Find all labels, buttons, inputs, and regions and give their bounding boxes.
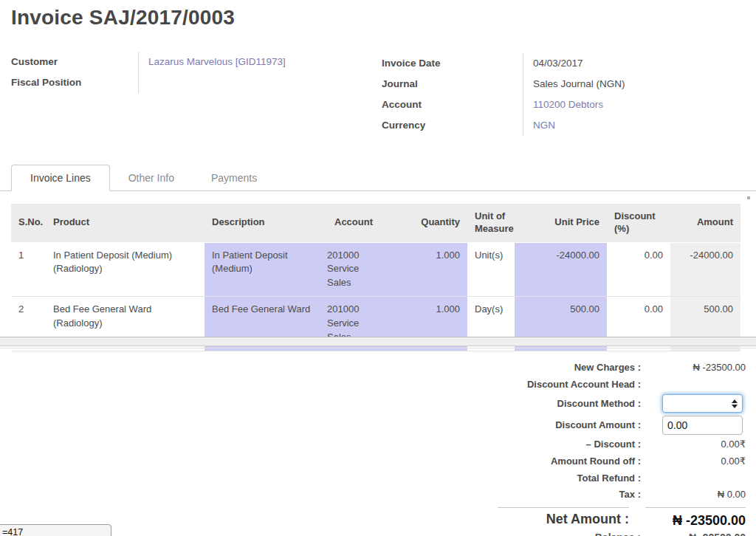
discount-amount-label: Discount Amount : bbox=[555, 419, 641, 430]
discount-method-select[interactable] bbox=[662, 394, 743, 413]
vertical-scrollbar-remnant bbox=[747, 196, 750, 199]
invoice-date-value: 04/03/2017 bbox=[533, 53, 715, 74]
account-value-link[interactable]: 110200 Debtors bbox=[533, 95, 715, 115]
cell-account[interactable]: 201000 Service Sales bbox=[320, 242, 388, 297]
customer-value-link[interactable]: Lazarus Marvelous [GID11973] bbox=[148, 52, 330, 72]
journal-value: Sales Journal (NGN) bbox=[533, 74, 715, 95]
net-amount-label: Net Amount : bbox=[498, 507, 629, 527]
status-text: =417 bbox=[2, 527, 23, 536]
new-charges-label: New Charges : bbox=[574, 362, 641, 373]
invoice-date-label: Invoice Date bbox=[382, 53, 523, 74]
header-account: Account bbox=[320, 204, 388, 242]
invoice-summary: New Charges : ₦ -23500.00 Discount Accou… bbox=[362, 359, 746, 536]
header-sno: S.No. bbox=[11, 204, 46, 242]
cell-uom[interactable]: Unit(s) bbox=[467, 242, 515, 297]
table-row[interactable]: 1 In Patient Deposit (Medium) (Radiology… bbox=[11, 242, 740, 297]
total-refund-label: Total Refund : bbox=[577, 473, 641, 484]
invoice-lines-table: S.No. Product Description Account Quanti… bbox=[11, 204, 740, 351]
header-product: Product bbox=[46, 204, 205, 242]
tab-other-info[interactable]: Other Info bbox=[110, 165, 193, 190]
cell-amount[interactable]: -24000.00 bbox=[670, 242, 740, 297]
discount-account-head-label: Discount Account Head : bbox=[527, 379, 641, 390]
invoice-info-group: Invoice Date Journal Account Currency 04… bbox=[382, 53, 715, 136]
discount-amount-input[interactable] bbox=[662, 416, 743, 435]
customer-info-group: Customer Fiscal Position Lazarus Marvelo… bbox=[11, 52, 330, 93]
divider-line bbox=[0, 348, 756, 348]
page-title: Invoice SAJ/2017/0003 bbox=[11, 6, 235, 30]
net-amount-value: ₦ -23500.00 bbox=[645, 507, 746, 529]
header-discount: Discount (%) bbox=[607, 204, 670, 242]
cell-unit-price[interactable]: -24000.00 bbox=[515, 242, 607, 297]
browser-status-tooltip: =417 bbox=[0, 524, 111, 536]
fiscal-position-value[interactable] bbox=[148, 72, 330, 93]
fiscal-position-label: Fiscal Position bbox=[11, 72, 138, 93]
header-description: Description bbox=[205, 204, 320, 242]
discount-method-label: Discount Method : bbox=[557, 398, 641, 409]
cell-description[interactable]: In Patient Deposit (Medium) bbox=[205, 242, 320, 297]
cell-product[interactable]: In Patient Deposit (Medium) (Radiology) bbox=[46, 242, 205, 297]
journal-label: Journal bbox=[382, 74, 523, 95]
cell-quantity[interactable]: 1.000 bbox=[388, 242, 467, 297]
discount-label: – Discount : bbox=[586, 439, 641, 450]
amount-round-off-label: Amount Round off : bbox=[551, 456, 641, 467]
cell-sno[interactable]: 1 bbox=[11, 242, 46, 297]
horizontal-scrollbar[interactable] bbox=[0, 337, 756, 346]
header-unit-of-measure: Unit of Measure bbox=[467, 204, 515, 242]
currency-label: Currency bbox=[382, 115, 523, 136]
partial-next-label: Balance : bbox=[595, 532, 641, 536]
tax-label: Tax : bbox=[619, 489, 641, 500]
header-amount: Amount bbox=[670, 204, 740, 242]
notebook-tabs: Invoice Lines Other Info Payments bbox=[0, 164, 756, 191]
customer-label: Customer bbox=[11, 52, 138, 72]
table-header-row: S.No. Product Description Account Quanti… bbox=[11, 204, 740, 242]
tab-invoice-lines[interactable]: Invoice Lines bbox=[11, 165, 110, 191]
partial-next-summary-row: Balance : ₦ -23500.00 bbox=[362, 532, 746, 536]
header-quantity: Quantity bbox=[388, 204, 467, 242]
cell-discount[interactable]: 0.00 bbox=[607, 242, 670, 297]
partial-next-value: ₦ -23500.00 bbox=[641, 532, 746, 536]
select-stepper-icon bbox=[732, 399, 738, 408]
discount-value: 0.00₹ bbox=[641, 439, 746, 450]
account-label: Account bbox=[382, 95, 523, 115]
currency-value-link[interactable]: NGN bbox=[533, 115, 715, 136]
header-unit-price: Unit Price bbox=[515, 204, 607, 242]
amount-round-off-value: 0.00₹ bbox=[641, 456, 746, 467]
new-charges-value: ₦ -23500.00 bbox=[641, 362, 746, 373]
tab-payments[interactable]: Payments bbox=[193, 165, 275, 190]
tax-value: ₦ 0.00 bbox=[641, 489, 746, 500]
